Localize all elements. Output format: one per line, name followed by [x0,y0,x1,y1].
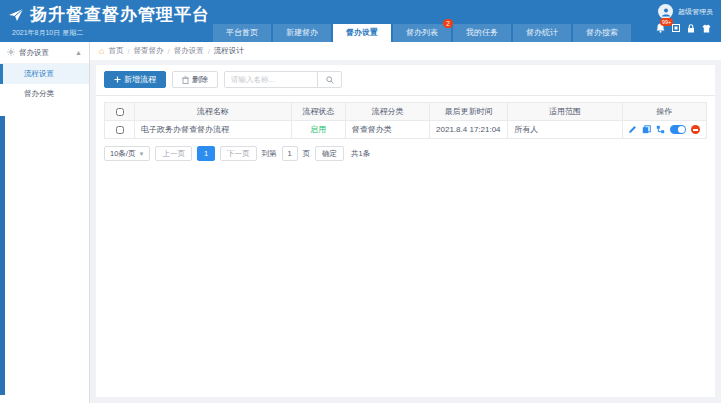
design-icon[interactable] [656,125,665,134]
page-size-label: 10条/页 [110,149,135,159]
delete-label: 删除 [192,74,208,85]
user-avatar-icon [658,4,673,19]
goto-confirm-button[interactable]: 确定 [315,146,344,161]
chevron-up-icon: ▲ [75,49,82,56]
cell-scope: 所有人 [508,121,622,139]
breadcrumb-settings[interactable]: 督办设置 [174,46,204,56]
breadcrumb-process-design: 流程设计 [214,46,244,56]
bell-icon[interactable]: 99+ [656,23,665,33]
cell-updated-time: 2021.8.4 17:21:04 [430,121,508,139]
sidebar-item-supervision-category[interactable]: 督办分类 [0,84,89,104]
total-count: 共1条 [351,149,370,159]
app-header: 扬升督查督办管理平台 2021年8月10日 星期二 平台首页 新建督办 督办设置… [0,0,721,42]
tab-new-supervision[interactable]: 新建督办 [273,24,331,42]
tab-supervision-stats[interactable]: 督办统计 [513,24,571,42]
chevron-down-icon: ▼ [138,151,144,157]
content-card: 新增流程 删除 [96,65,715,397]
col-scope: 适用范围 [508,103,622,121]
prev-page-button[interactable]: 上一页 [155,146,192,161]
main-content: ⌂ 首页 督查督办 督办设置 流程设计 新增流程 删除 [90,42,721,403]
sidebar-accent-bar [0,116,5,395]
col-updated-time: 最后更新时间 [430,103,508,121]
tab-my-tasks[interactable]: 我的任务 [453,24,511,42]
add-process-label: 新增流程 [124,74,156,85]
sidebar-group-label: 督办设置 [19,48,49,58]
cell-process-name: 电子政务办督查督办流程 [135,121,292,139]
header-icons: 99+ [656,23,711,33]
logout-icon[interactable] [702,24,711,33]
pagination: 10条/页 ▼ 上一页 1 下一页 到第 页 确定 共1条 [96,139,715,168]
logo: 扬升督查督办管理平台 [8,3,210,26]
tab-platform-home[interactable]: 平台首页 [213,24,271,42]
page-size-select[interactable]: 10条/页 ▼ [104,146,150,161]
user-name: 超级管理员 [678,7,713,17]
tab-supervision-settings[interactable]: 督办设置 [333,24,391,42]
breadcrumb-supervision[interactable]: 督查督办 [134,46,164,56]
page-number-1[interactable]: 1 [197,146,215,161]
breadcrumb-separator [168,47,170,56]
fullscreen-icon[interactable] [672,24,680,32]
add-process-button[interactable]: 新增流程 [104,71,166,88]
search-box [224,71,342,88]
delete-button[interactable]: 删除 [172,71,218,88]
tab-supervision-list-label: 督办列表 [406,28,438,37]
goto-suffix: 页 [303,149,311,159]
enable-toggle[interactable] [670,125,686,134]
copy-icon[interactable] [642,125,651,134]
app-title: 扬升督查督办管理平台 [30,3,210,26]
search-input[interactable] [225,72,317,87]
table-row: 电子政务办督查督办流程 启用 督查督办类 2021.8.4 17:21:04 所… [105,121,707,139]
gear-icon [7,48,15,58]
process-table: 流程名称 流程状态 流程分类 最后更新时间 适用范围 操作 电子政务办督查督办流… [104,102,707,139]
sidebar: 督办设置 ▲ 流程设置 督办分类 [0,42,90,403]
next-page-button[interactable]: 下一页 [220,146,257,161]
breadcrumb: ⌂ 首页 督查督办 督办设置 流程设计 [90,42,721,60]
goto-page-input[interactable] [282,146,298,161]
forbid-icon[interactable] [691,125,700,134]
tab-badge: 2 [443,19,453,28]
toolbar: 新增流程 删除 [96,65,715,96]
col-operations: 操作 [622,103,706,121]
col-process-category: 流程分类 [345,103,429,121]
row-operations [623,125,706,134]
user-area: 超级管理员 99+ [656,4,713,33]
header-date: 2021年8月10日 星期二 [12,28,83,38]
lock-icon[interactable] [687,24,695,33]
breadcrumb-separator [208,47,210,56]
user-row[interactable]: 超级管理员 [658,4,713,19]
edit-icon[interactable] [628,125,637,134]
sidebar-item-process-settings[interactable]: 流程设置 [0,64,89,84]
select-all-checkbox[interactable] [116,108,124,116]
search-button[interactable] [317,72,341,87]
row-checkbox[interactable] [116,126,124,134]
home-icon[interactable]: ⌂ [99,47,104,56]
breadcrumb-separator [127,47,129,56]
col-process-name: 流程名称 [135,103,292,121]
main-nav: 平台首页 新建督办 督办设置 督办列表 2 我的任务 督办统计 督办搜索 [213,24,631,42]
cell-process-category: 督查督办类 [345,121,429,139]
col-process-status: 流程状态 [291,103,345,121]
cell-process-status[interactable]: 启用 [291,121,345,139]
breadcrumb-home[interactable]: 首页 [108,46,123,56]
goto-prefix: 到第 [262,149,277,159]
table-header-row: 流程名称 流程状态 流程分类 最后更新时间 适用范围 操作 [105,103,707,121]
search-icon [326,76,334,84]
paper-plane-logo-icon [8,7,24,23]
process-table-wrap: 流程名称 流程状态 流程分类 最后更新时间 适用范围 操作 电子政务办督查督办流… [96,96,715,139]
tab-supervision-search[interactable]: 督办搜索 [573,24,631,42]
sidebar-group-supervision-settings[interactable]: 督办设置 ▲ [0,42,89,64]
plus-icon [114,76,121,83]
trash-icon [182,76,189,84]
tab-supervision-list[interactable]: 督办列表 2 [393,24,451,42]
